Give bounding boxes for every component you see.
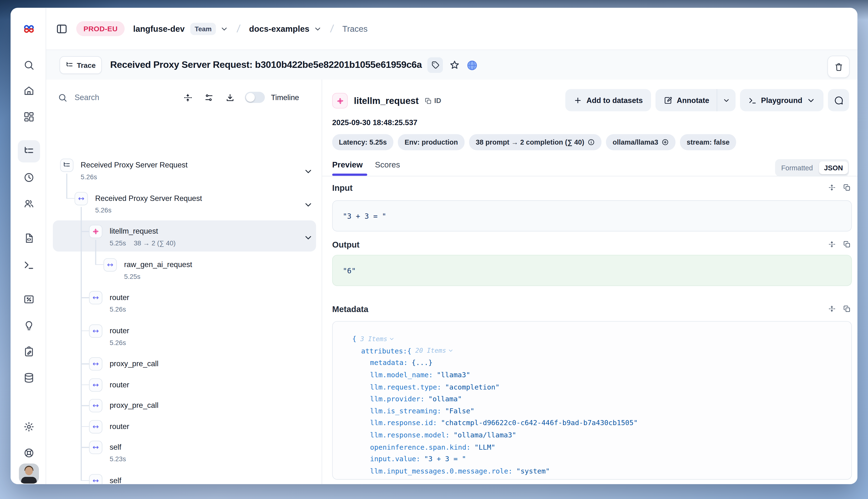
- generation-type-icon: [89, 225, 102, 238]
- span-type-icon: [89, 399, 102, 412]
- json-line: llm.response.id: "chatcmpl-d96622c0-c642…: [333, 417, 852, 429]
- observation-detail-panel: litellm_request ID Add to datasets Annot…: [322, 80, 857, 484]
- span-type-icon: [75, 192, 88, 205]
- collapse-all-icon[interactable]: [179, 89, 196, 106]
- datasets-database-icon[interactable]: [18, 367, 40, 389]
- support-lifebuoy-icon[interactable]: [18, 442, 40, 464]
- download-icon[interactable]: [222, 89, 238, 106]
- tags-button[interactable]: [428, 57, 443, 73]
- tree-row-label[interactable]: router: [110, 422, 130, 430]
- org-logo-icon[interactable]: [22, 22, 36, 36]
- project-name[interactable]: docs-examples: [249, 24, 309, 33]
- json-toggle-button[interactable]: JSON: [819, 161, 848, 174]
- tree-connector-line: [96, 264, 103, 265]
- tree-connector-line: [81, 330, 89, 331]
- playground-terminal-icon[interactable]: [18, 254, 40, 276]
- attribute-badge: Env: production: [398, 134, 465, 150]
- tracing-icon[interactable]: [18, 140, 40, 163]
- add-to-datasets-button[interactable]: Add to datasets: [565, 89, 651, 111]
- search-nav-icon[interactable]: [18, 54, 40, 76]
- json-line: llm.response.model: "ollama/llama3": [333, 429, 852, 441]
- plus-circle-icon[interactable]: [662, 138, 669, 146]
- settings-gear-icon[interactable]: [18, 416, 40, 438]
- tree-connector-line: [81, 297, 89, 298]
- json-line: llm.request.type: "acompletion": [333, 381, 852, 393]
- span-type-icon: [89, 291, 102, 305]
- copy-icon: [425, 97, 432, 105]
- annotation-clipboard-icon[interactable]: [18, 340, 40, 363]
- org-switcher-chevron-icon[interactable]: [221, 25, 228, 33]
- json-line: metadata: {...}: [333, 357, 852, 369]
- tab-scores[interactable]: Scores: [375, 156, 400, 173]
- collapse-chevron-icon[interactable]: [448, 348, 453, 353]
- tree-row-label[interactable]: router: [110, 380, 130, 389]
- org-name[interactable]: langfuse-dev: [133, 24, 185, 33]
- org-type-badge: Team: [190, 23, 216, 35]
- chevron-down-icon[interactable]: [304, 167, 313, 176]
- dashboard-icon[interactable]: [18, 106, 40, 128]
- tree-row-label[interactable]: proxy_pre_call: [110, 360, 159, 368]
- span-type-icon: [89, 357, 102, 371]
- metadata-json-viewer: {3 Itemsattributes: {20 Itemsmetadata: {…: [332, 321, 852, 479]
- tree-row-label[interactable]: litellm_request: [110, 227, 158, 235]
- tree-row-label[interactable]: Received Proxy Server Request: [81, 161, 187, 169]
- playground-button[interactable]: Playground: [740, 89, 823, 111]
- tree-connector-line: [81, 207, 82, 480]
- tab-preview[interactable]: Preview: [332, 156, 363, 173]
- search-input[interactable]: [73, 93, 137, 102]
- prompts-file-icon[interactable]: [18, 227, 40, 250]
- tree-row-label[interactable]: Received Proxy Server Request: [95, 194, 202, 202]
- bookmark-star-icon[interactable]: [449, 59, 460, 71]
- project-switcher-chevron-icon[interactable]: [314, 25, 322, 33]
- tree-connector-line: [67, 198, 75, 199]
- tree-row-label[interactable]: router: [110, 326, 130, 335]
- view-options-icon[interactable]: [200, 89, 217, 106]
- json-line: llm.model_name: "llama3": [333, 369, 852, 381]
- output-value: "6": [332, 255, 852, 286]
- copy-icon[interactable]: [843, 184, 851, 191]
- tree-connector-line: [81, 364, 89, 364]
- copy-id-button[interactable]: ID: [425, 97, 441, 105]
- top-header: PROD-EU langfuse-dev Team / docs-example…: [46, 8, 857, 49]
- tree-row-duration: 5.25s38 → 2 (∑ 40): [110, 240, 175, 247]
- annotate-button[interactable]: Annotate: [656, 89, 717, 111]
- user-avatar[interactable]: [19, 464, 39, 484]
- info-icon[interactable]: [587, 138, 595, 146]
- expand-section-icon[interactable]: [828, 240, 835, 248]
- environment-badge[interactable]: PROD-EU: [76, 21, 125, 36]
- public-globe-icon[interactable]: [466, 59, 478, 71]
- span-type-icon: [89, 474, 102, 484]
- sidebar-toggle-icon[interactable]: [56, 23, 68, 35]
- insights-lightbulb-icon[interactable]: [18, 315, 40, 337]
- collapse-chevron-icon[interactable]: [389, 336, 394, 341]
- comments-button[interactable]: [828, 89, 849, 111]
- desktop-background: PROD-EU langfuse-dev Team / docs-example…: [0, 0, 868, 499]
- users-icon[interactable]: [18, 193, 40, 215]
- attribute-badge[interactable]: 38 prompt → 2 completion (∑ 40): [469, 134, 602, 150]
- json-line: input.value: "3 + 3 = ": [333, 453, 852, 465]
- attribute-badge[interactable]: ollama/llama3: [606, 134, 675, 150]
- sessions-clock-icon[interactable]: [18, 167, 40, 189]
- span-type-icon: [89, 441, 102, 454]
- json-line: llm.provider: "ollama": [333, 393, 852, 405]
- home-icon[interactable]: [18, 80, 40, 102]
- annotate-dropdown-button[interactable]: [717, 89, 735, 111]
- chevron-down-icon[interactable]: [304, 233, 313, 242]
- timeline-toggle[interactable]: [245, 92, 265, 103]
- json-line: attributes: {20 Items: [333, 345, 852, 357]
- breadcrumb-section[interactable]: Traces: [342, 24, 368, 33]
- tree-row-label[interactable]: proxy_pre_call: [110, 401, 159, 410]
- tree-row-label[interactable]: self: [110, 443, 122, 451]
- copy-icon[interactable]: [843, 240, 851, 248]
- delete-trace-button[interactable]: [827, 56, 850, 78]
- evaluators-icon[interactable]: [18, 288, 40, 311]
- expand-section-icon[interactable]: [828, 305, 835, 313]
- tree-row-label[interactable]: self: [110, 476, 122, 484]
- tree-row-label[interactable]: router: [110, 293, 130, 302]
- expand-section-icon[interactable]: [828, 184, 835, 191]
- trace-type-badge: Trace: [59, 56, 102, 74]
- formatted-toggle-button[interactable]: Formatted: [776, 161, 818, 174]
- tree-row-label[interactable]: raw_gen_ai_request: [124, 260, 192, 268]
- copy-icon[interactable]: [843, 305, 851, 313]
- chevron-down-icon[interactable]: [304, 200, 313, 209]
